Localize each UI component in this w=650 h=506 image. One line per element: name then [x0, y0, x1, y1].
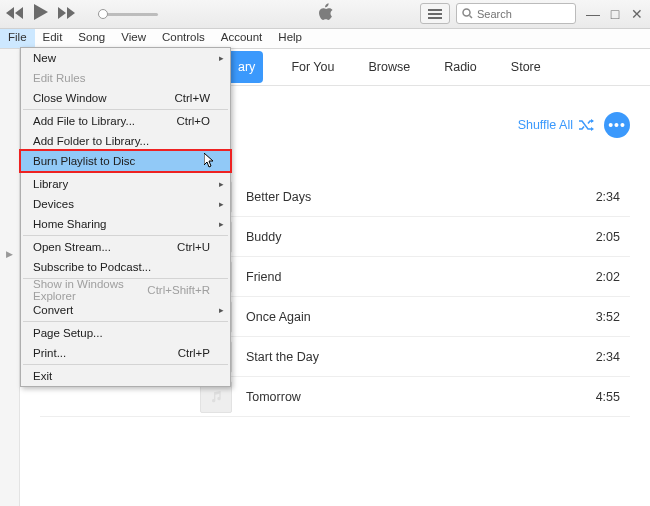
menu-item-label: Add Folder to Library... [33, 135, 149, 147]
menu-item-exit[interactable]: Exit [21, 366, 230, 386]
tab-radio[interactable]: Radio [438, 56, 483, 78]
track-duration: 3:52 [596, 310, 620, 324]
track-duration: 2:34 [596, 350, 620, 364]
menu-item-add-folder-to-library[interactable]: Add Folder to Library... [21, 131, 230, 151]
menu-item-label: Subscribe to Podcast... [33, 261, 151, 273]
shuffle-icon [578, 119, 594, 131]
track-title: Buddy [246, 230, 596, 244]
svg-rect-0 [428, 9, 442, 11]
menu-item-shortcut: Ctrl+O [176, 115, 210, 127]
search-box[interactable] [456, 3, 576, 24]
menu-item-add-file-to-library[interactable]: Add File to Library...Ctrl+O [21, 111, 230, 131]
menu-item-page-setup[interactable]: Page Setup... [21, 323, 230, 343]
menu-account[interactable]: Account [213, 29, 271, 48]
menu-item-shortcut: Ctrl+Shift+R [147, 284, 210, 296]
menu-item-close-window[interactable]: Close WindowCtrl+W [21, 88, 230, 108]
menubar: File Edit Song View Controls Account Hel… [0, 29, 650, 49]
menu-view[interactable]: View [113, 29, 154, 48]
track-duration: 2:05 [596, 230, 620, 244]
menu-edit[interactable]: Edit [35, 29, 71, 48]
submenu-arrow-icon: ▸ [219, 179, 224, 189]
svg-line-4 [470, 16, 473, 19]
menu-item-label: Page Setup... [33, 327, 103, 339]
minimize-button[interactable]: — [586, 7, 600, 21]
menu-item-label: Library [33, 178, 68, 190]
prev-button[interactable] [6, 5, 24, 23]
track-title: Friend [246, 270, 596, 284]
close-button[interactable]: ✕ [630, 7, 644, 21]
track-title: Start the Day [246, 350, 596, 364]
titlebar: — □ ✕ [0, 0, 650, 29]
next-button[interactable] [58, 5, 76, 23]
menu-item-home-sharing[interactable]: Home Sharing▸ [21, 214, 230, 234]
list-view-button[interactable] [420, 3, 450, 24]
menu-item-label: Devices [33, 198, 74, 210]
track-duration: 2:02 [596, 270, 620, 284]
menu-item-label: New [33, 52, 56, 64]
tab-foryou[interactable]: For You [285, 56, 340, 78]
menu-file[interactable]: File [0, 29, 35, 48]
menu-item-print[interactable]: Print...Ctrl+P [21, 343, 230, 363]
maximize-button[interactable]: □ [608, 7, 622, 21]
submenu-arrow-icon: ▸ [219, 219, 224, 229]
menu-item-devices[interactable]: Devices▸ [21, 194, 230, 214]
menu-help[interactable]: Help [270, 29, 310, 48]
volume-slider[interactable] [98, 13, 158, 16]
search-icon [462, 8, 473, 19]
menu-item-convert[interactable]: Convert▸ [21, 300, 230, 320]
menu-item-subscribe-to-podcast[interactable]: Subscribe to Podcast... [21, 257, 230, 277]
menu-item-label: Home Sharing [33, 218, 107, 230]
menu-item-burn-playlist-to-disc[interactable]: Burn Playlist to Disc [21, 151, 230, 171]
menu-item-label: Add File to Library... [33, 115, 135, 127]
file-menu-dropdown: New▸Edit RulesClose WindowCtrl+WAdd File… [20, 47, 231, 387]
menu-controls[interactable]: Controls [154, 29, 213, 48]
menu-item-label: Print... [33, 347, 66, 359]
svg-rect-1 [428, 13, 442, 15]
shuffle-all-button[interactable]: Shuffle All [518, 118, 594, 132]
submenu-arrow-icon: ▸ [219, 305, 224, 315]
cursor-icon [204, 153, 218, 171]
track-title: Once Again [246, 310, 596, 324]
play-button[interactable] [34, 4, 48, 24]
menu-item-label: Edit Rules [33, 72, 85, 84]
search-input[interactable] [477, 8, 567, 20]
menu-item-label: Convert [33, 304, 73, 316]
menu-item-new[interactable]: New▸ [21, 48, 230, 68]
menu-item-label: Close Window [33, 92, 107, 104]
track-title: Better Days [246, 190, 596, 204]
track-duration: 2:34 [596, 190, 620, 204]
menu-song[interactable]: Song [70, 29, 113, 48]
menu-item-label: Open Stream... [33, 241, 111, 253]
submenu-arrow-icon: ▸ [219, 199, 224, 209]
menu-item-shortcut: Ctrl+P [178, 347, 210, 359]
menu-item-edit-rules: Edit Rules [21, 68, 230, 88]
sidebar-strip: ▶ [0, 49, 20, 506]
svg-rect-2 [428, 17, 442, 19]
menu-item-label: Exit [33, 370, 52, 382]
track-title: Tomorrow [246, 390, 596, 404]
menu-item-label: Show in Windows Explorer [33, 278, 147, 302]
tab-browse[interactable]: Browse [362, 56, 416, 78]
menu-item-show-in-windows-explorer: Show in Windows ExplorerCtrl+Shift+R [21, 280, 230, 300]
menu-item-open-stream[interactable]: Open Stream...Ctrl+U [21, 237, 230, 257]
tab-library[interactable]: ary [230, 51, 263, 83]
svg-point-3 [463, 9, 470, 16]
menu-item-shortcut: Ctrl+W [175, 92, 210, 104]
menu-item-shortcut: Ctrl+U [177, 241, 210, 253]
expand-sidebar-icon[interactable]: ▶ [6, 249, 13, 259]
submenu-arrow-icon: ▸ [219, 53, 224, 63]
menu-item-label: Burn Playlist to Disc [33, 155, 135, 167]
tab-store[interactable]: Store [505, 56, 547, 78]
menu-item-library[interactable]: Library▸ [21, 174, 230, 194]
track-duration: 4:55 [596, 390, 620, 404]
more-actions-button[interactable]: ••• [604, 112, 630, 138]
apple-logo-icon [316, 2, 334, 26]
